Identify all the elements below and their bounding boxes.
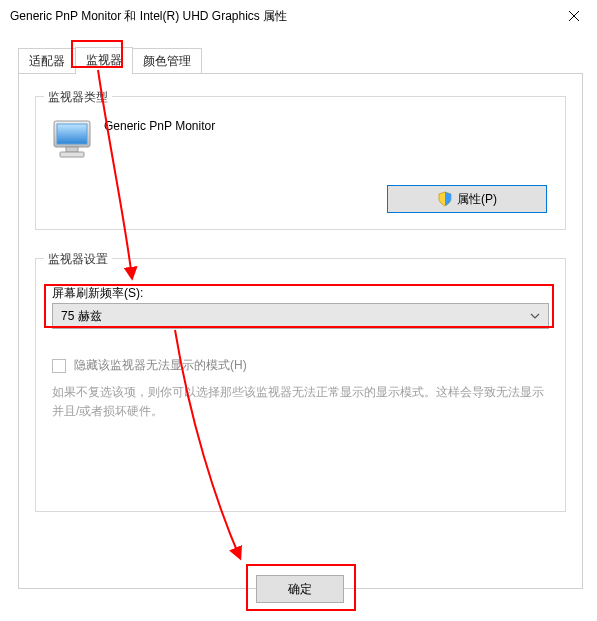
tab-strip: 适配器 监视器 颜色管理 (18, 46, 597, 73)
chevron-down-icon (530, 313, 540, 319)
close-button[interactable] (551, 0, 597, 32)
properties-button-label: 属性(P) (457, 191, 497, 208)
close-icon (569, 11, 579, 21)
tab-monitor[interactable]: 监视器 (75, 47, 133, 74)
tab-content: 监视器类型 Generic PnP Monitor (18, 73, 583, 589)
svg-rect-5 (60, 152, 84, 157)
shield-icon (437, 191, 453, 207)
ok-button[interactable]: 确定 (256, 575, 344, 603)
monitor-type-group: 监视器类型 Generic PnP Monitor (35, 96, 566, 230)
tab-adapter[interactable]: 适配器 (18, 48, 76, 75)
svg-rect-4 (66, 147, 78, 152)
refresh-rate-select[interactable]: 75 赫兹 (52, 303, 549, 329)
refresh-rate-label: 屏幕刷新频率(S): (52, 285, 143, 302)
hide-modes-description: 如果不复选该项，则你可以选择那些该监视器无法正常显示的显示模式。这样会导致无法显… (52, 383, 549, 420)
ok-button-label: 确定 (288, 581, 312, 598)
monitor-icon (50, 115, 98, 163)
hide-modes-checkbox[interactable] (52, 359, 66, 373)
hide-modes-label: 隐藏该监视器无法显示的模式(H) (74, 357, 247, 374)
properties-button[interactable]: 属性(P) (387, 185, 547, 213)
tab-color[interactable]: 颜色管理 (132, 48, 202, 75)
monitor-type-title: 监视器类型 (44, 89, 112, 106)
monitor-device-name: Generic PnP Monitor (104, 119, 215, 133)
window-title: Generic PnP Monitor 和 Intel(R) UHD Graph… (10, 8, 551, 25)
monitor-settings-title: 监视器设置 (44, 251, 112, 268)
svg-rect-3 (57, 124, 87, 144)
refresh-rate-value: 75 赫兹 (61, 308, 102, 325)
monitor-settings-group: 监视器设置 屏幕刷新频率(S): 75 赫兹 隐藏该监视器无法显示的模式(H) … (35, 258, 566, 512)
